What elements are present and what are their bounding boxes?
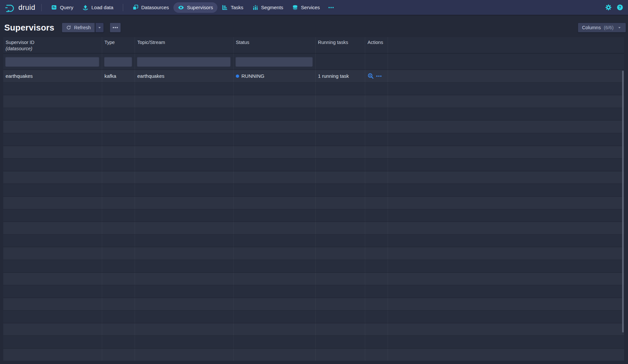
nav-more-button[interactable] — [325, 2, 338, 13]
cell-type — [102, 349, 135, 361]
supervisors-table: Supervisor ID (datasource) Type Topic/St… — [3, 37, 624, 361]
cell-topic-stream — [135, 171, 234, 184]
help-icon[interactable]: ? — [617, 4, 623, 11]
cell-topic-stream: earthquakes — [135, 70, 234, 82]
nav-item-datasources[interactable]: Datasources — [128, 2, 173, 12]
column-header-type[interactable]: Type — [102, 37, 135, 53]
table-filter-row — [3, 54, 624, 70]
cell-type — [102, 222, 135, 234]
cell-status — [234, 235, 316, 247]
filter-input-type[interactable] — [104, 57, 132, 67]
cell-topic-stream — [135, 273, 234, 285]
settings-gear-icon[interactable] — [605, 4, 612, 11]
columns-count: (6/6) — [604, 25, 614, 30]
cell-actions — [365, 70, 388, 82]
caret-down-icon — [97, 25, 102, 30]
cell-filler — [388, 336, 624, 348]
cell-topic-stream — [135, 146, 234, 159]
column-header-actions[interactable]: Actions — [365, 37, 388, 53]
refresh-label: Refresh — [74, 25, 91, 30]
refresh-dropdown-button[interactable] — [95, 23, 104, 32]
cell-actions — [365, 247, 388, 260]
svg-text:?: ? — [619, 5, 621, 10]
cell-type — [102, 146, 135, 159]
cell-filler — [388, 310, 624, 323]
column-header-label: Running tasks — [318, 40, 348, 45]
cell-actions — [365, 184, 388, 196]
nav-item-label: Query — [60, 5, 73, 10]
cell-actions — [365, 108, 388, 120]
column-header-supervisor-id[interactable]: Supervisor ID (datasource) — [3, 37, 102, 53]
cell-status — [234, 171, 316, 184]
console-icon — [51, 5, 57, 10]
cell-supervisor-id — [3, 285, 102, 298]
column-header-filler — [388, 37, 624, 53]
filter-cell — [388, 54, 624, 70]
columns-picker-button[interactable]: Columns (6/6) — [578, 23, 626, 32]
cell-status — [234, 197, 316, 209]
inspect-magnifier-icon[interactable] — [368, 73, 374, 79]
vertical-scrollbar-thumb[interactable] — [622, 71, 624, 332]
cell-topic-stream — [135, 349, 234, 361]
cell-status — [234, 285, 316, 298]
cell-running-tasks — [316, 349, 365, 361]
nav-item-load-data[interactable]: Load data — [78, 2, 118, 13]
filter-input-topic-stream[interactable] — [137, 57, 231, 67]
empty-table-row — [3, 273, 624, 286]
nav-item-query[interactable]: Query — [47, 2, 78, 12]
header-more-button[interactable] — [110, 23, 121, 32]
cell-topic-stream — [135, 310, 234, 323]
filter-input-supervisor-id[interactable] — [5, 57, 99, 67]
row-more-actions-icon[interactable] — [376, 75, 382, 77]
nav-item-label: Supervisors — [187, 5, 213, 10]
nav-item-tasks[interactable]: Tasks — [217, 2, 248, 12]
column-header-topic-stream[interactable]: Topic/Stream — [135, 37, 234, 53]
refresh-button[interactable]: Refresh — [62, 23, 95, 32]
cell-supervisor-id: earthquakes — [3, 70, 102, 82]
cell-topic-stream — [135, 336, 234, 348]
cell-supervisor-id — [3, 260, 102, 272]
page-title: Supervisors — [4, 23, 55, 33]
cell-filler — [388, 171, 624, 184]
cell-status — [234, 298, 316, 310]
cell-topic-stream — [135, 184, 234, 196]
cell-running-tasks — [316, 83, 365, 95]
cell-filler — [388, 133, 624, 146]
table-header-row: Supervisor ID (datasource) Type Topic/St… — [3, 37, 624, 54]
cell-supervisor-id — [3, 146, 102, 159]
filter-cell — [102, 54, 135, 70]
cell-type — [102, 95, 135, 108]
druid-logo[interactable]: druid — [4, 2, 35, 13]
cell-running-tasks — [316, 222, 365, 234]
nav-item-supervisors[interactable]: Supervisors — [173, 2, 217, 13]
supervisor-row: earthquakes kafka earthquakes RUNNING 1 … — [3, 70, 624, 83]
column-header-status[interactable]: Status — [234, 37, 316, 53]
empty-table-row — [3, 133, 624, 146]
filter-input-status[interactable] — [236, 57, 313, 67]
cell-supervisor-id — [3, 336, 102, 348]
nav-right-cluster: ? — [605, 4, 623, 11]
nav-item-label: Services — [301, 5, 320, 10]
cell-status — [234, 247, 316, 260]
nav-item-label: Datasources — [141, 5, 169, 10]
cell-supervisor-id — [3, 120, 102, 133]
cell-type — [102, 108, 135, 120]
cell-running-tasks — [316, 197, 365, 209]
cell-topic-stream — [135, 247, 234, 260]
cell-actions — [365, 95, 388, 108]
nav-item-segments[interactable]: Segments — [248, 2, 288, 12]
column-header-running-tasks[interactable]: Running tasks — [316, 37, 365, 53]
cell-actions — [365, 120, 388, 133]
column-header-label: Status — [236, 40, 249, 45]
cell-supervisor-id — [3, 273, 102, 285]
cell-supervisor-id — [3, 197, 102, 209]
cell-type — [102, 310, 135, 323]
cell-actions — [365, 222, 388, 234]
nav-item-label: Segments — [261, 5, 283, 10]
nav-divider — [41, 4, 42, 11]
cell-supervisor-id — [3, 298, 102, 310]
cell-status — [234, 133, 316, 146]
cell-running-tasks — [316, 120, 365, 133]
database-icon — [292, 5, 298, 10]
nav-item-services[interactable]: Services — [288, 2, 325, 12]
